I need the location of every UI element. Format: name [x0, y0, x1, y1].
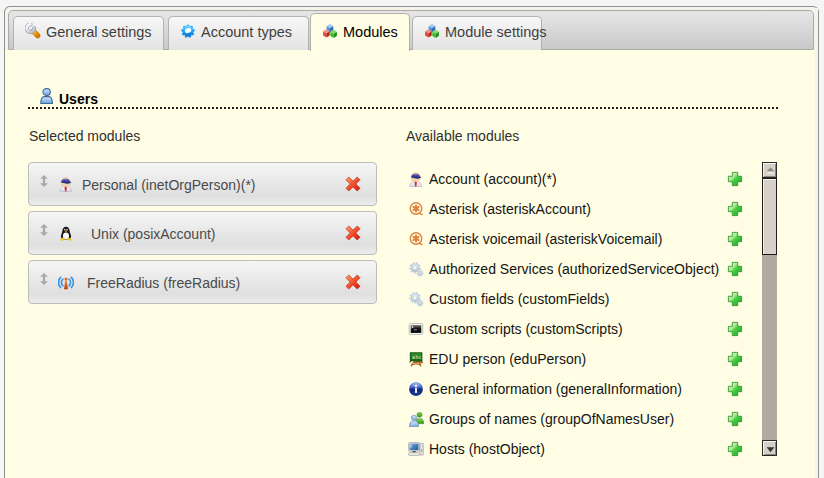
svg-text:abc: abc	[412, 354, 422, 360]
